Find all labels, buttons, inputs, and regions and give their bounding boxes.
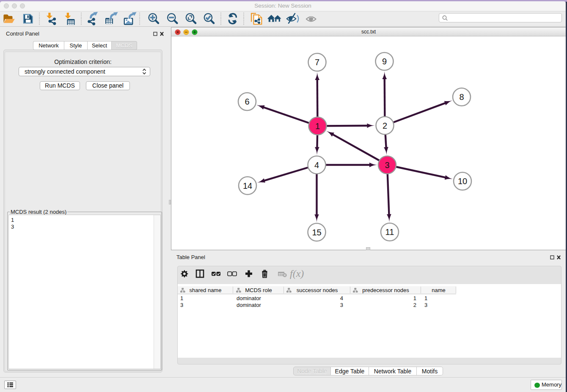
svg-text:4: 4 [314, 160, 319, 170]
svg-text:11: 11 [385, 227, 394, 237]
svg-text:7: 7 [315, 58, 319, 67]
svg-text:f(x): f(x) [290, 268, 304, 279]
svg-text:8: 8 [459, 92, 464, 102]
svg-text:14: 14 [243, 181, 252, 190]
svg-text:1: 1 [315, 121, 320, 131]
svg-text:2: 2 [383, 121, 387, 130]
svg-text:15: 15 [312, 228, 321, 237]
svg-text:3: 3 [385, 160, 389, 170]
svg-text:9: 9 [382, 57, 387, 66]
svg-text:6: 6 [245, 97, 249, 106]
svg-text:10: 10 [458, 177, 467, 186]
